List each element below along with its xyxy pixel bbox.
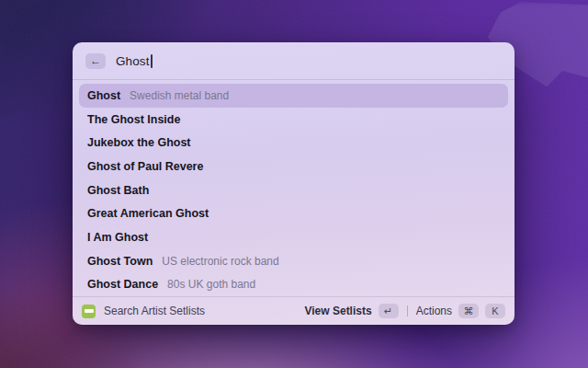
text-caret bbox=[151, 54, 153, 68]
result-row[interactable]: Ghost Town US electronic rock band bbox=[79, 249, 508, 273]
desktop-background: ← Ghost Ghost Swedish metal band The Gho… bbox=[0, 0, 588, 368]
result-title: Jukebox the Ghost bbox=[87, 136, 191, 149]
result-title: Ghost bbox=[87, 89, 120, 102]
result-subtitle: US electronic rock band bbox=[162, 255, 278, 268]
footer-actions: View Setlists ↵ Actions ⌘ K bbox=[304, 304, 505, 318]
launcher-window: ← Ghost Ghost Swedish metal band The Gho… bbox=[73, 42, 514, 325]
search-input[interactable]: Ghost bbox=[116, 54, 153, 68]
actions-menu-button[interactable]: Actions bbox=[416, 305, 452, 317]
result-row[interactable]: Ghost of Paul Revere bbox=[79, 155, 508, 178]
results-list: Ghost Swedish metal band The Ghost Insid… bbox=[73, 80, 514, 296]
k-key-badge: K bbox=[485, 304, 505, 318]
footer-separator bbox=[407, 305, 408, 316]
result-subtitle: 80s UK goth band bbox=[167, 278, 255, 291]
footer-app-name: Search Artist Setlists bbox=[104, 305, 205, 317]
result-row[interactable]: Ghost Bath bbox=[79, 178, 508, 202]
result-title: Ghost Bath bbox=[87, 184, 149, 197]
result-subtitle: Swedish metal band bbox=[130, 89, 229, 102]
result-title: Ghost Town bbox=[87, 255, 153, 268]
result-title: Ghost of Paul Revere bbox=[87, 160, 203, 173]
cmd-key-badge: ⌘ bbox=[458, 304, 479, 318]
back-button[interactable]: ← bbox=[85, 53, 106, 69]
result-title: Ghost Dance bbox=[87, 278, 158, 291]
view-setlists-action[interactable]: View Setlists bbox=[304, 305, 371, 317]
result-row[interactable]: Great American Ghost bbox=[79, 201, 508, 225]
search-bar: ← Ghost bbox=[73, 42, 514, 80]
setlistfm-icon-bar bbox=[85, 309, 94, 313]
result-row[interactable]: The Ghost Inside bbox=[79, 108, 508, 132]
enter-key-badge: ↵ bbox=[379, 304, 399, 318]
search-query-text: Ghost bbox=[116, 54, 150, 68]
footer-bar: Search Artist Setlists View Setlists ↵ A… bbox=[73, 296, 514, 325]
back-arrow-icon: ← bbox=[90, 55, 101, 66]
result-title: I Am Ghost bbox=[87, 231, 148, 244]
setlistfm-app-icon bbox=[82, 305, 96, 318]
result-row[interactable]: Jukebox the Ghost bbox=[79, 131, 508, 155]
result-row[interactable]: I Am Ghost bbox=[79, 225, 508, 249]
result-title: Great American Ghost bbox=[87, 207, 209, 220]
result-row[interactable]: Ghost Dance 80s UK goth band bbox=[79, 273, 508, 297]
result-row[interactable]: Ghost Swedish metal band bbox=[79, 84, 508, 108]
result-title: The Ghost Inside bbox=[87, 113, 180, 126]
